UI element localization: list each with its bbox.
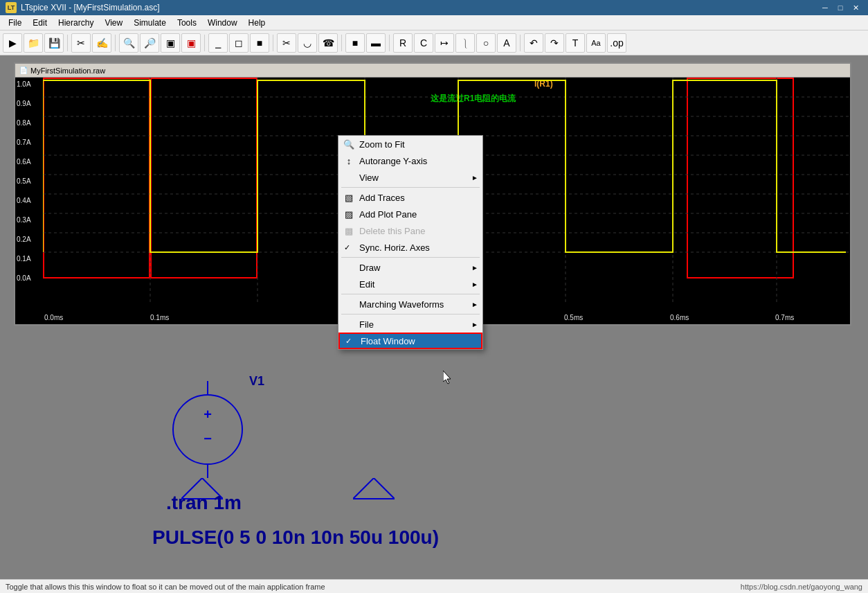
toolbar-label[interactable]: A — [497, 33, 516, 53]
float-check-icon: ✓ — [345, 337, 352, 346]
menu-item-edit[interactable]: Edit — [27, 17, 53, 29]
ctx-zoom-to-fit[interactable]: 🔍 Zoom to Fit — [338, 136, 482, 152]
wave-filename: MyFirstSimulation.raw — [30, 67, 105, 75]
add-traces-icon: ▧ — [343, 192, 355, 203]
toolbar-redo[interactable]: ↷ — [545, 33, 564, 53]
toolbar-comp[interactable]: ◻ — [229, 33, 248, 53]
menu-item-window[interactable]: Window — [202, 17, 243, 29]
maximize-button[interactable]: □ — [833, 2, 847, 13]
draw-arrow-icon: ► — [471, 264, 478, 272]
wave-window-title: 📄 MyFirstSimulation.raw — [15, 64, 850, 78]
toolbar-sim1[interactable]: ■ — [345, 33, 365, 53]
toolbar-wire[interactable]: ⎯ — [208, 33, 228, 53]
y-label-3: 0.8A — [17, 119, 31, 127]
menu-bar: FileEditHierarchyViewSimulateToolsWindow… — [0, 15, 868, 30]
title-bar: LT LTspice XVII - [MyFirstSimulation.asc… — [0, 0, 868, 15]
ctx-file-label: File — [359, 319, 374, 330]
toolbar-hand[interactable]: ✍ — [92, 33, 111, 53]
ctx-autorange[interactable]: ↕ Autorange Y-axis — [338, 152, 482, 169]
svg-marker-23 — [443, 371, 451, 384]
toolbar-zoom-sel[interactable]: ▣ — [181, 33, 201, 53]
toolbar-diode[interactable]: ↦ — [435, 33, 454, 53]
ctx-view-label: View — [359, 172, 379, 183]
delete-pane-icon: ▩ — [343, 225, 355, 236]
menu-item-simulate[interactable]: Simulate — [128, 17, 172, 29]
ctx-sync-axes[interactable]: ✓ Sync. Horiz. Axes — [338, 239, 482, 256]
ctx-sep4 — [341, 314, 480, 315]
toolbar-new[interactable]: ▶ — [3, 33, 22, 53]
toolbar-cut[interactable]: ✂ — [71, 33, 91, 53]
toolbar-port[interactable]: ○ — [476, 33, 496, 53]
file-icon: 📄 — [19, 67, 28, 74]
ctx-sep1 — [341, 187, 480, 188]
mouse-cursor — [443, 371, 454, 384]
toolbar-sep2 — [115, 35, 116, 51]
status-message: Toggle that allows this this window to f… — [6, 583, 325, 591]
toolbar-paste[interactable]: ☎ — [318, 33, 338, 53]
autorange-icon: ↕ — [343, 155, 355, 166]
close-button[interactable]: ✕ — [849, 2, 862, 13]
ctx-draw[interactable]: Draw ► — [338, 259, 482, 276]
toolbar-zoom-in[interactable]: 🔍 — [119, 33, 138, 53]
ctx-add-traces[interactable]: ▧ Add Traces — [338, 189, 482, 206]
ground-arrow-positive — [353, 478, 395, 506]
toolbar-sep3 — [204, 35, 205, 51]
voltage-source-svg: + − — [166, 381, 249, 478]
toolbar-comp2[interactable]: ■ — [250, 33, 269, 53]
x-label-5: 0.6ms — [670, 314, 689, 321]
ctx-delete-pane[interactable]: ▩ Delete this Pane — [338, 222, 482, 239]
view-arrow-icon: ► — [471, 174, 478, 182]
menu-item-tools[interactable]: Tools — [172, 17, 202, 29]
v1-label: V1 — [249, 374, 264, 389]
toolbar-text[interactable]: T — [566, 33, 585, 53]
sync-check-icon: ✓ — [344, 243, 350, 252]
toolbar-scissors[interactable]: ✂ — [277, 33, 296, 53]
toolbar-sep4 — [273, 35, 273, 51]
svg-marker-22 — [353, 478, 395, 499]
add-plot-icon: ▨ — [343, 209, 355, 220]
svg-text:−: − — [204, 431, 212, 446]
toolbar-open[interactable]: 📁 — [24, 33, 43, 53]
context-menu: 🔍 Zoom to Fit ↕ Autorange Y-axis View ► … — [338, 135, 483, 350]
y-label-7: 0.4A — [17, 197, 31, 204]
ctx-marching-label: Marching Waveforms — [359, 299, 444, 310]
ctx-add-plot[interactable]: ▨ Add Plot Pane — [338, 206, 482, 222]
menu-item-file[interactable]: File — [3, 17, 27, 29]
toolbar-zoom-fit[interactable]: ▣ — [161, 33, 180, 53]
toolbar-r[interactable]: R — [393, 33, 413, 53]
menu-item-view[interactable]: View — [99, 17, 128, 29]
window-controls: ─ □ ✕ — [818, 2, 862, 13]
tran-text: .tran 1m — [166, 492, 242, 514]
ctx-edit-label: Edit — [359, 279, 374, 290]
ctx-float-window[interactable]: ✓ Float Window — [338, 333, 482, 349]
ctx-sync-axes-label: Sync. Horiz. Axes — [359, 242, 430, 253]
ctx-autorange-label: Autorange Y-axis — [359, 156, 427, 166]
ctx-float-window-label: Float Window — [361, 336, 415, 346]
toolbar: ▶ 📁 💾 ✂ ✍ 🔍 🔎 ▣ ▣ ⎯ ◻ ■ ✂ ◡ ☎ ■ ▬ R C ↦ … — [0, 30, 868, 55]
toolbar-sep1 — [67, 35, 68, 51]
ctx-view[interactable]: View ► — [338, 169, 482, 186]
ctx-marching[interactable]: Marching Waveforms ► — [338, 296, 482, 312]
y-label-8: 0.3A — [17, 216, 31, 224]
y-label-1: 1.0A — [17, 80, 31, 88]
ctx-file[interactable]: File ► — [338, 316, 482, 333]
toolbar-zoom-out[interactable]: 🔎 — [140, 33, 159, 53]
minimize-button[interactable]: ─ — [818, 2, 832, 13]
toolbar-copy[interactable]: ◡ — [298, 33, 317, 53]
x-label-2: 0.1ms — [150, 314, 169, 321]
toolbar-gnd[interactable]: ⎱ — [455, 33, 475, 53]
menu-item-help[interactable]: Help — [243, 17, 271, 29]
menu-item-hierarchy[interactable]: Hierarchy — [53, 17, 99, 29]
edit-arrow-icon: ► — [471, 281, 478, 288]
toolbar-c[interactable]: C — [414, 33, 433, 53]
toolbar-save[interactable]: 💾 — [44, 33, 64, 53]
toolbar-undo[interactable]: ↶ — [524, 33, 543, 53]
toolbar-aa[interactable]: Aa — [586, 33, 606, 53]
toolbar-sim2[interactable]: ▬ — [366, 33, 386, 53]
ctx-edit[interactable]: Edit ► — [338, 276, 482, 292]
toolbar-dot[interactable]: .op — [607, 33, 626, 53]
pulse-text: PULSE(0 5 0 10n 10n 50u 100u) — [152, 526, 439, 549]
svg-text:+: + — [204, 407, 212, 422]
schematic-area: V1 + − .tran 1m PULSE(0 5 0 10n 10n 50u … — [0, 333, 868, 593]
app-title: LTspice XVII - [MyFirstSimulation.asc] — [21, 3, 818, 12]
